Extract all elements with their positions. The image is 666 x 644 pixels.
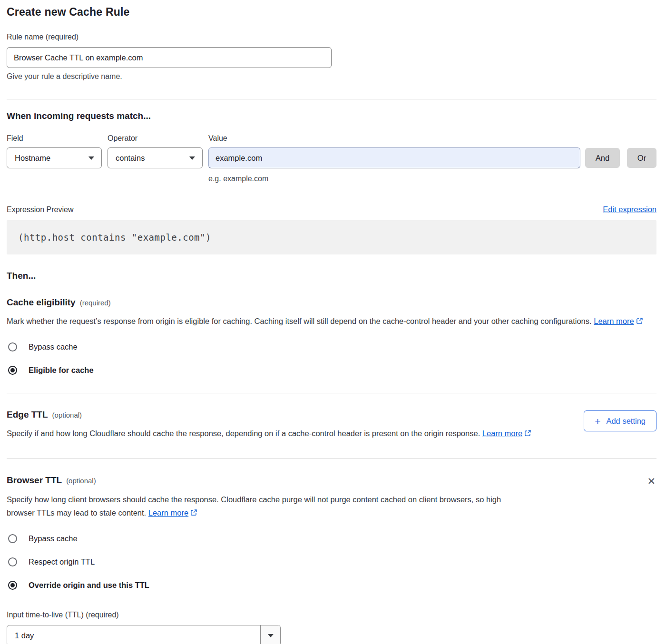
edge-ttl-section: Edge TTL (optional) Specify if and how l…	[7, 410, 656, 440]
edit-expression-link[interactable]: Edit expression	[603, 205, 656, 214]
cache-eligibility-title: Cache eligibility	[7, 297, 76, 308]
browser-ttl-section: Browser TTL (optional) ✕ Specify how lon…	[7, 475, 656, 644]
expression-preview-section: Expression Preview Edit expression (http…	[7, 205, 656, 254]
browser-ttl-description: Specify how long client browsers should …	[7, 493, 528, 520]
rule-name-helper: Give your rule a descriptive name.	[7, 72, 656, 81]
cache-eligibility-section: Cache eligibility (required) Mark whethe…	[7, 297, 656, 375]
ttl-input-block: Input time-to-live (TTL) (required) 1 da…	[7, 611, 656, 644]
required-badge: (required)	[80, 299, 111, 307]
rule-name-section: Rule name (required) Give your rule a de…	[7, 33, 656, 81]
edge-ttl-title: Edge TTL	[7, 410, 48, 420]
create-cache-rule-form: Create new Cache Rule Rule name (require…	[7, 0, 656, 644]
value-helper: e.g. example.com	[208, 175, 656, 183]
radio-browser-bypass-cache[interactable]: Bypass cache	[7, 534, 656, 543]
field-label: Field	[7, 134, 108, 143]
radio-selected-icon	[8, 366, 17, 375]
expression-preview-label: Expression Preview	[7, 205, 74, 214]
match-section: When incoming requests match... Field Op…	[7, 111, 656, 183]
external-link-icon	[190, 507, 197, 520]
external-link-icon	[636, 315, 643, 328]
close-icon[interactable]: ✕	[647, 476, 656, 486]
add-setting-button[interactable]: + Add setting	[584, 410, 656, 431]
external-link-icon	[524, 427, 531, 440]
chevron-down-icon	[189, 156, 195, 160]
ttl-select-arrow[interactable]	[260, 625, 280, 644]
page-title: Create new Cache Rule	[7, 6, 656, 19]
ttl-select-value: 1 day	[7, 625, 260, 644]
section-divider	[7, 393, 656, 393]
and-button[interactable]: And	[585, 148, 620, 168]
radio-icon	[8, 534, 17, 543]
section-divider	[7, 99, 656, 99]
chevron-down-icon	[268, 634, 274, 637]
radio-selected-icon	[8, 581, 17, 590]
radio-icon	[8, 342, 17, 351]
expression-code: (http.host contains "example.com")	[7, 220, 656, 254]
ttl-select[interactable]: 1 day	[7, 625, 281, 644]
value-input[interactable]	[208, 147, 580, 168]
field-select[interactable]: Hostname	[7, 147, 102, 168]
learn-more-link[interactable]: Learn more	[482, 429, 522, 438]
plus-icon: +	[595, 416, 600, 426]
cache-eligibility-description: Mark whether the request’s response from…	[7, 314, 644, 328]
browser-ttl-title: Browser TTL	[7, 475, 62, 486]
radio-respect-origin-ttl[interactable]: Respect origin TTL	[7, 557, 656, 566]
learn-more-link[interactable]: Learn more	[594, 317, 634, 325]
match-heading: When incoming requests match...	[7, 111, 656, 121]
optional-badge: (optional)	[66, 477, 96, 485]
radio-eligible-for-cache[interactable]: Eligible for cache	[7, 366, 656, 375]
chevron-down-icon	[88, 156, 94, 160]
operator-select-value: contains	[116, 154, 145, 163]
operator-label: Operator	[108, 134, 208, 143]
radio-override-origin-ttl[interactable]: Override origin and use this TTL	[7, 581, 656, 590]
optional-badge: (optional)	[52, 411, 82, 419]
field-select-value: Hostname	[15, 154, 50, 163]
then-heading: Then...	[7, 271, 656, 281]
or-button[interactable]: Or	[627, 148, 656, 168]
learn-more-link[interactable]: Learn more	[148, 508, 188, 517]
rule-name-label: Rule name (required)	[7, 33, 656, 41]
radio-bypass-cache[interactable]: Bypass cache	[7, 342, 656, 351]
value-label: Value	[208, 134, 227, 143]
edge-ttl-description: Specify if and how long Cloudflare shoul…	[7, 427, 531, 440]
radio-icon	[8, 557, 17, 566]
ttl-label: Input time-to-live (TTL) (required)	[7, 611, 656, 619]
operator-select[interactable]: contains	[108, 147, 203, 168]
rule-name-input[interactable]	[7, 47, 332, 68]
section-divider	[7, 459, 656, 459]
